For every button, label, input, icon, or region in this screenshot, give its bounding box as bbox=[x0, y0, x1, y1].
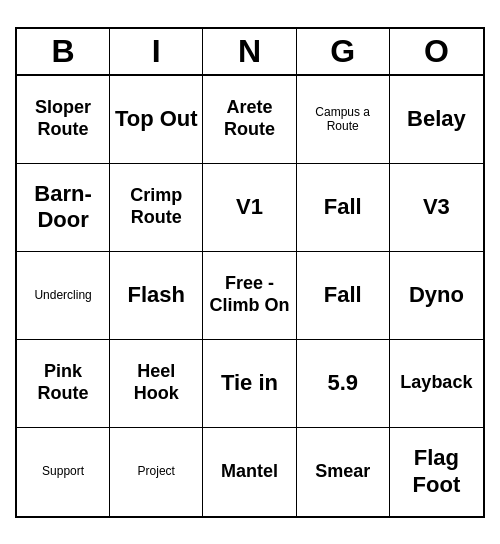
cell-text-15: Pink Route bbox=[21, 361, 105, 404]
bingo-cell-15: Pink Route bbox=[17, 340, 110, 428]
cell-text-12: Free - Climb On bbox=[207, 273, 291, 316]
bingo-cell-13: Fall bbox=[297, 252, 390, 340]
bingo-cell-14: Dyno bbox=[390, 252, 483, 340]
bingo-cell-24: Flag Foot bbox=[390, 428, 483, 516]
cell-text-16: Heel Hook bbox=[114, 361, 198, 404]
bingo-cell-2: Arete Route bbox=[203, 76, 296, 164]
cell-text-9: V3 bbox=[423, 194, 450, 220]
bingo-cell-22: Mantel bbox=[203, 428, 296, 516]
bingo-cell-19: Layback bbox=[390, 340, 483, 428]
bingo-cell-7: V1 bbox=[203, 164, 296, 252]
cell-text-5: Barn-Door bbox=[21, 181, 105, 234]
header-letter-g: G bbox=[297, 29, 390, 74]
cell-text-7: V1 bbox=[236, 194, 263, 220]
bingo-cell-6: Crimp Route bbox=[110, 164, 203, 252]
cell-text-10: Undercling bbox=[34, 288, 91, 302]
cell-text-4: Belay bbox=[407, 106, 466, 132]
cell-text-14: Dyno bbox=[409, 282, 464, 308]
bingo-card: BINGO Sloper RouteTop OutArete RouteCamp… bbox=[15, 27, 485, 518]
bingo-cell-21: Project bbox=[110, 428, 203, 516]
bingo-cell-17: Tie in bbox=[203, 340, 296, 428]
bingo-cell-20: Support bbox=[17, 428, 110, 516]
cell-text-8: Fall bbox=[324, 194, 362, 220]
bingo-cell-1: Top Out bbox=[110, 76, 203, 164]
header-letter-o: O bbox=[390, 29, 483, 74]
cell-text-19: Layback bbox=[400, 372, 472, 394]
bingo-cell-16: Heel Hook bbox=[110, 340, 203, 428]
cell-text-17: Tie in bbox=[221, 370, 278, 396]
cell-text-1: Top Out bbox=[115, 106, 198, 132]
cell-text-3: Campus a Route bbox=[301, 105, 385, 134]
bingo-cell-4: Belay bbox=[390, 76, 483, 164]
header-letter-n: N bbox=[203, 29, 296, 74]
bingo-cell-0: Sloper Route bbox=[17, 76, 110, 164]
cell-text-24: Flag Foot bbox=[394, 445, 479, 498]
bingo-cell-10: Undercling bbox=[17, 252, 110, 340]
bingo-cell-23: Smear bbox=[297, 428, 390, 516]
cell-text-21: Project bbox=[138, 464, 175, 478]
bingo-header: BINGO bbox=[17, 29, 483, 76]
bingo-cell-12: Free - Climb On bbox=[203, 252, 296, 340]
cell-text-11: Flash bbox=[128, 282, 185, 308]
cell-text-18: 5.9 bbox=[327, 370, 358, 396]
bingo-cell-8: Fall bbox=[297, 164, 390, 252]
bingo-cell-3: Campus a Route bbox=[297, 76, 390, 164]
bingo-cell-5: Barn-Door bbox=[17, 164, 110, 252]
cell-text-2: Arete Route bbox=[207, 97, 291, 140]
cell-text-13: Fall bbox=[324, 282, 362, 308]
bingo-cell-11: Flash bbox=[110, 252, 203, 340]
cell-text-23: Smear bbox=[315, 461, 370, 483]
header-letter-b: B bbox=[17, 29, 110, 74]
bingo-grid: Sloper RouteTop OutArete RouteCampus a R… bbox=[17, 76, 483, 516]
cell-text-6: Crimp Route bbox=[114, 185, 198, 228]
cell-text-0: Sloper Route bbox=[21, 97, 105, 140]
header-letter-i: I bbox=[110, 29, 203, 74]
bingo-cell-9: V3 bbox=[390, 164, 483, 252]
cell-text-20: Support bbox=[42, 464, 84, 478]
bingo-cell-18: 5.9 bbox=[297, 340, 390, 428]
cell-text-22: Mantel bbox=[221, 461, 278, 483]
